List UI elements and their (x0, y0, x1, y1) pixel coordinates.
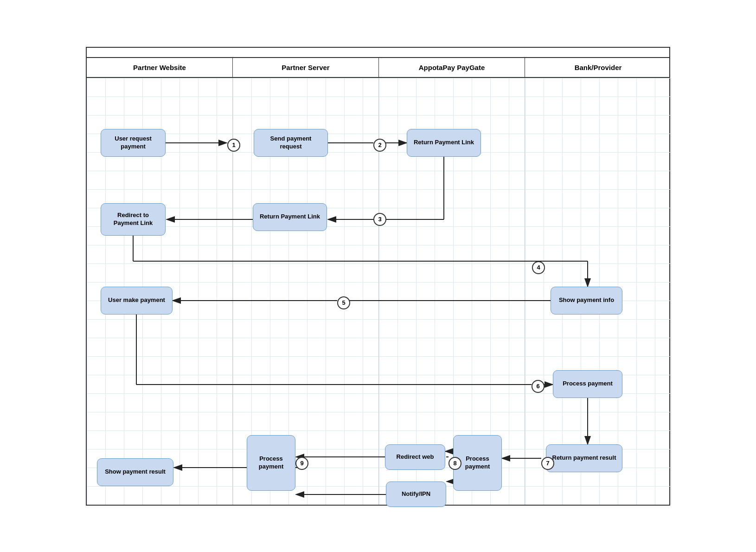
diagram-title (87, 48, 669, 58)
col-header-1: Partner Server (233, 58, 379, 77)
columns-header: Partner Website Partner Server AppotaPay… (87, 58, 669, 78)
lane-partner-server (233, 78, 379, 505)
lane-appotapay (379, 78, 525, 505)
col-header-0: Partner Website (87, 58, 233, 77)
lane-bank (525, 78, 671, 505)
diagram-wrapper: Partner Website Partner Server AppotaPay… (86, 47, 670, 506)
lane-partner-website (87, 78, 233, 505)
diagram-body: User request paymentSend payment request… (87, 78, 669, 505)
col-header-3: Bank/Provider (525, 58, 671, 77)
col-header-2: AppotaPay PayGate (379, 58, 525, 77)
